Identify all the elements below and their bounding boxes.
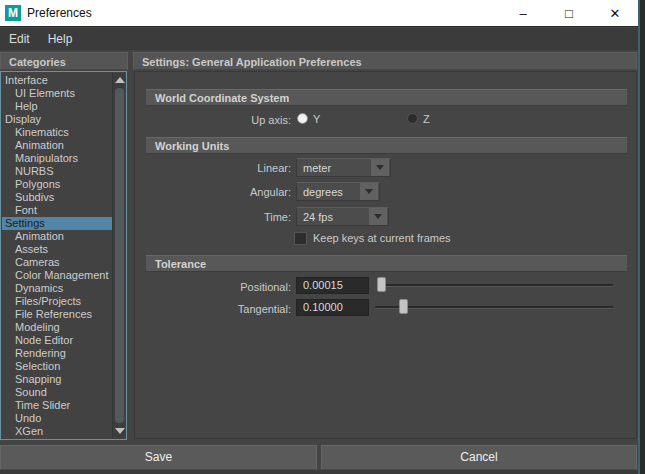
sidebar-item-font[interactable]: Font	[2, 204, 112, 217]
linear-dropdown-value: meter	[297, 162, 371, 174]
linear-dropdown[interactable]: meter	[296, 158, 391, 177]
section-working-units: Working Units	[146, 137, 627, 154]
scrollbar-thumb[interactable]	[115, 88, 124, 423]
sidebar-item-assets[interactable]: Assets	[2, 243, 112, 256]
positional-label: Positional:	[151, 280, 291, 294]
radio-up-axis-z-label: Z	[423, 113, 430, 125]
sidebar-item-file-references[interactable]: File References	[2, 308, 112, 321]
sidebar-item-interface[interactable]: Interface	[2, 74, 112, 87]
preferences-window: M Preferences – □ ✕ Edit Help Categories…	[0, 0, 638, 470]
time-label: Time:	[151, 210, 291, 224]
maximize-button[interactable]: □	[546, 0, 592, 26]
sidebar-item-manipulators[interactable]: Manipulators	[2, 152, 112, 165]
sidebar-item-settings[interactable]: Settings	[2, 217, 112, 230]
section-world-coordinate-system: World Coordinate System	[146, 89, 627, 106]
minimize-button[interactable]: –	[500, 0, 546, 26]
menu-bar: Edit Help	[0, 28, 638, 50]
cancel-button[interactable]: Cancel	[321, 445, 637, 470]
time-dropdown-button[interactable]	[369, 208, 387, 225]
linear-dropdown-button[interactable]	[371, 159, 389, 176]
sidebar-item-polygons[interactable]: Polygons	[2, 178, 112, 191]
keep-keys-label: Keep keys at current frames	[313, 232, 451, 244]
angular-dropdown-value: degrees	[297, 186, 360, 198]
sidebar-item-animation[interactable]: Animation	[2, 139, 112, 152]
sidebar-item-files-projects[interactable]: Files/Projects	[2, 295, 112, 308]
positional-slider-handle[interactable]	[377, 277, 386, 292]
chevron-down-icon	[374, 214, 382, 219]
radio-up-axis-z[interactable]	[407, 113, 418, 124]
sidebar-item-animation[interactable]: Animation	[2, 230, 112, 243]
sidebar-scrollbar[interactable]	[112, 73, 125, 438]
sidebar-item-time-slider[interactable]: Time Slider	[2, 399, 112, 412]
background-app-edge	[638, 0, 645, 474]
sidebar-list: InterfaceUI ElementsHelpDisplayKinematic…	[2, 74, 112, 438]
categories-header: Categories	[0, 52, 128, 70]
sidebar-item-sound[interactable]: Sound	[2, 386, 112, 399]
radio-up-axis-y-label: Y	[313, 113, 320, 125]
up-axis-label: Up axis:	[151, 113, 291, 127]
tangential-slider-track[interactable]	[375, 306, 613, 309]
positional-field[interactable]: 0.00015	[296, 277, 369, 294]
background-app-edge-bottom	[0, 470, 638, 474]
positional-slider-track[interactable]	[379, 284, 613, 287]
sidebar-item-cameras[interactable]: Cameras	[2, 256, 112, 269]
time-dropdown[interactable]: 24 fps	[296, 207, 389, 226]
chevron-down-icon	[376, 165, 384, 170]
sidebar-item-color-management[interactable]: Color Management	[2, 269, 112, 282]
sidebar-item-dynamics[interactable]: Dynamics	[2, 282, 112, 295]
sidebar-item-nurbs[interactable]: NURBS	[2, 165, 112, 178]
sidebar-item-ui-elements[interactable]: UI Elements	[2, 87, 112, 100]
tangential-label: Tangential:	[151, 302, 291, 316]
scroll-down-icon[interactable]	[115, 428, 125, 434]
time-dropdown-value: 24 fps	[297, 211, 369, 223]
menu-help[interactable]: Help	[39, 32, 82, 46]
window-title: Preferences	[27, 6, 92, 20]
linear-label: Linear:	[151, 161, 291, 175]
sidebar-item-modeling[interactable]: Modeling	[2, 321, 112, 334]
close-button[interactable]: ✕	[592, 0, 638, 26]
tangential-field[interactable]: 0.10000	[296, 299, 369, 316]
sidebar-item-undo[interactable]: Undo	[2, 412, 112, 425]
sidebar-item-rendering[interactable]: Rendering	[2, 347, 112, 360]
sidebar-item-help[interactable]: Help	[2, 100, 112, 113]
title-bar: M Preferences – □ ✕	[0, 0, 638, 27]
sidebar-item-display[interactable]: Display	[2, 113, 112, 126]
sidebar-item-selection[interactable]: Selection	[2, 360, 112, 373]
screen: M Preferences – □ ✕ Edit Help Categories…	[0, 0, 645, 474]
sidebar-item-xgen[interactable]: XGen	[2, 425, 112, 438]
sidebar-item-subdivs[interactable]: Subdivs	[2, 191, 112, 204]
window-controls: – □ ✕	[500, 0, 638, 26]
settings-page-title: Settings: General Application Preference…	[133, 52, 637, 70]
settings-panel: World Coordinate System Up axis: Y Z Wor…	[134, 71, 637, 439]
categories-listbox: InterfaceUI ElementsHelpDisplayKinematic…	[0, 71, 127, 440]
tangential-slider-handle[interactable]	[399, 299, 408, 314]
radio-up-axis-y[interactable]	[297, 113, 308, 124]
keep-keys-checkbox[interactable]	[294, 232, 307, 245]
sidebar-item-node-editor[interactable]: Node Editor	[2, 334, 112, 347]
section-tolerance: Tolerance	[146, 255, 627, 272]
scroll-up-icon[interactable]	[115, 77, 125, 83]
chevron-down-icon	[365, 189, 373, 194]
maya-app-icon: M	[5, 5, 21, 21]
angular-label: Angular:	[151, 185, 291, 199]
menu-edit[interactable]: Edit	[0, 32, 39, 46]
angular-dropdown[interactable]: degrees	[296, 182, 380, 201]
sidebar-item-snapping[interactable]: Snapping	[2, 373, 112, 386]
save-button[interactable]: Save	[0, 445, 317, 470]
sidebar-item-kinematics[interactable]: Kinematics	[2, 126, 112, 139]
angular-dropdown-button[interactable]	[360, 183, 378, 200]
